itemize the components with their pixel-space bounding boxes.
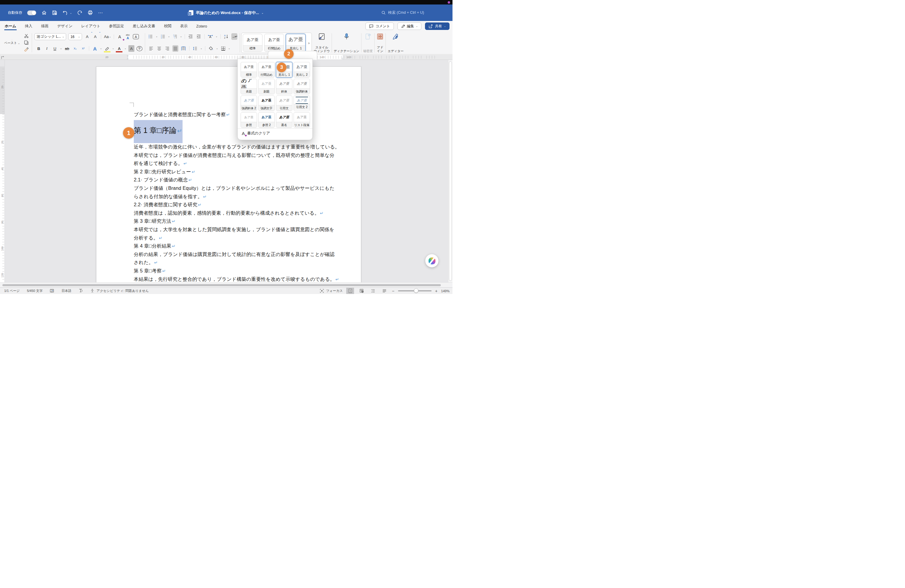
text-effects-button[interactable]: A [92, 45, 98, 52]
font-color-chevron-icon[interactable]: ⌄ [124, 47, 126, 50]
paste-button[interactable]: ペースト ⌄ [2, 39, 22, 46]
zoom-knob[interactable] [414, 288, 418, 293]
tab-描画[interactable]: 描画 [40, 22, 49, 30]
doc-line[interactable]: 本研究では，ブランド価値が消費者態度に与える影響について，既存研究の整理と簡単な… [134, 153, 335, 159]
horizontal-ruler[interactable]: 20 ▽ △ △ 20406080100120140160 [0, 55, 452, 60]
panel-style-強調斜体 2[interactable]: あア亜強調斜体 2 [241, 95, 257, 111]
clear-formatting-menu-item[interactable]: A 書式のクリア [242, 131, 270, 136]
character-shading-button[interactable]: A [129, 45, 134, 52]
hscrollbar-thumb[interactable] [2, 284, 441, 286]
copy-button[interactable] [23, 39, 29, 46]
enclose-characters-button[interactable]: A [133, 34, 139, 39]
draft-view-button[interactable] [380, 288, 388, 294]
doc-line[interactable]: 析を通じて検討する。↵ [134, 161, 187, 167]
panel-style-副題[interactable]: あア亜副題 [258, 79, 275, 94]
align-left-button[interactable] [148, 45, 154, 52]
panel-style-書名[interactable]: あア亜書名 [276, 112, 292, 128]
underline-button[interactable]: U [52, 45, 58, 52]
numbered-list-button[interactable]: 123 [160, 33, 166, 40]
justify-button[interactable] [172, 45, 178, 52]
more-commands-icon[interactable]: ⋯ [98, 10, 103, 16]
save-icon[interactable] [52, 10, 57, 16]
panel-style-見出し 2[interactable]: あア亜見出し 2 [294, 62, 310, 78]
tab-selector-icon[interactable] [1, 56, 5, 59]
doc-title-line[interactable]: ブランド価値と消費者態度に関する一考察↵ [134, 112, 230, 118]
highlight-button[interactable] [104, 45, 110, 52]
horizontal-scrollbar[interactable] [0, 282, 452, 288]
font-size-select[interactable]: 16⌄ [68, 33, 82, 40]
multilevel-chevron-icon[interactable]: ⌄ [180, 35, 182, 38]
tab-校閲[interactable]: 校閲 [164, 22, 172, 30]
vertical-ruler[interactable]: 20 20406080100120 [0, 60, 5, 282]
zoom-out-button[interactable]: − [392, 289, 394, 293]
distribute-button[interactable] [181, 45, 186, 52]
bullet-chevron-icon[interactable]: ⌄ [156, 35, 158, 38]
panel-style-表題[interactable]: あア亜表題 [241, 79, 257, 94]
doc-line[interactable]: ブランド価値（Brand Equity）とは，ブランド名やシンボルによって製品や… [134, 185, 335, 192]
underline-chevron-icon[interactable]: ⌄ [60, 47, 62, 50]
borders-button[interactable] [220, 45, 226, 52]
align-right-button[interactable] [164, 45, 170, 52]
page-count-status[interactable]: 1/1 ページ [4, 289, 20, 293]
numbered-chevron-icon[interactable]: ⌄ [168, 35, 170, 38]
character-width-button[interactable]: A [207, 33, 213, 40]
doc-line[interactable]: 第 4 章□分析結果↵ [134, 243, 175, 250]
share-button[interactable]: 共有 ⌄ [425, 22, 449, 30]
zoom-in-button[interactable]: + [435, 289, 438, 293]
panel-style-リスト段落[interactable]: あア亜リスト段落 [294, 112, 310, 128]
tab-Zotero[interactable]: Zotero [196, 22, 208, 30]
editor-button[interactable]: エディター [386, 32, 405, 54]
doc-line[interactable]: らされる付加的な価値を指す。↵ [134, 194, 206, 200]
borders-chevron-icon[interactable]: ⌄ [229, 47, 230, 50]
edit-mode-button[interactable]: 編集 ⌄ [397, 22, 422, 30]
undo-icon[interactable] [62, 10, 68, 16]
doc-line[interactable]: 本結果は，先行研究と整合的であり，ブランド構築の重要性を改めて示唆するものである… [134, 277, 339, 282]
show-formatting-marks-toggle[interactable]: →↵ [231, 33, 237, 40]
panel-style-引用文 2[interactable]: あア亜引用文 2 [294, 95, 310, 111]
title-chevron-icon[interactable]: ⌄ [261, 11, 264, 14]
tab-デザイン[interactable]: デザイン [57, 22, 73, 30]
redo-icon[interactable] [77, 10, 83, 16]
shading-button[interactable] [208, 45, 214, 52]
print-layout-view-button[interactable] [346, 288, 354, 294]
right-indent-marker[interactable]: △ [341, 57, 343, 60]
accessibility-status[interactable]: アクセシビリティ: 問題ありません [90, 289, 148, 293]
undo-chevron-icon[interactable]: ⌄ [70, 11, 72, 14]
hanging-indent-marker[interactable]: △ [127, 57, 129, 60]
enclose-circle-button[interactable]: 字 [137, 46, 143, 51]
gallery-style-標準[interactable]: あア亜標準 [243, 34, 262, 52]
panel-style-行間詰め[interactable]: あア亜行間詰め [258, 62, 275, 78]
char-width-chevron-icon[interactable]: ⌄ [216, 35, 218, 38]
doc-line[interactable]: 第 2 章□先行研究レビュー↵ [134, 169, 195, 175]
cut-button[interactable] [23, 33, 29, 39]
home-icon[interactable] [41, 10, 47, 16]
proofing-icon[interactable] [50, 289, 54, 293]
change-case-button[interactable]: Aa⌄ [104, 33, 111, 40]
panel-style-参照[interactable]: あア亜参照 [241, 112, 257, 128]
comments-button[interactable]: コメント [365, 22, 394, 30]
italic-button[interactable]: I [44, 45, 50, 52]
tab-挿入[interactable]: 挿入 [24, 22, 33, 30]
highlight-chevron-icon[interactable]: ⌄ [112, 47, 114, 50]
doc-line[interactable]: 本研究では，大学生を対象とした質問紙調査を実施し，ブランド価値と購買意図との関係… [134, 227, 334, 233]
doc-line[interactable]: された。↵ [134, 259, 158, 266]
tab-差し込み文書[interactable]: 差し込み文書 [132, 22, 156, 30]
font-name-select[interactable]: 游ゴシック L...⌄ [35, 33, 66, 40]
line-spacing-chevron-icon[interactable]: ⌄ [200, 47, 202, 50]
panel-style-斜体[interactable]: あア亜斜体 [276, 79, 292, 94]
doc-line[interactable]: 第 5 章□考察↵ [134, 268, 166, 274]
insert-mode-icon[interactable] [78, 289, 83, 293]
align-center-button[interactable] [156, 45, 162, 52]
subscript-button[interactable]: X₂ [72, 45, 78, 52]
shading-chevron-icon[interactable]: ⌄ [216, 47, 218, 50]
line-spacing-button[interactable] [192, 45, 198, 52]
doc-line[interactable]: 2.2· 消費者態度に関する研究↵ [134, 202, 202, 208]
panel-style-強調太字[interactable]: あア亜強調太字 [258, 95, 275, 111]
autosave-toggle[interactable] [27, 11, 36, 15]
increase-indent-button[interactable] [196, 33, 202, 40]
font-color-button[interactable]: A [116, 45, 122, 52]
zoom-slider[interactable] [398, 291, 432, 291]
doc-line[interactable]: 第 3 章□研究方法↵ [134, 218, 175, 224]
vertical-scrollbar[interactable] [448, 60, 452, 282]
shrink-font-button[interactable]: A [92, 33, 98, 40]
